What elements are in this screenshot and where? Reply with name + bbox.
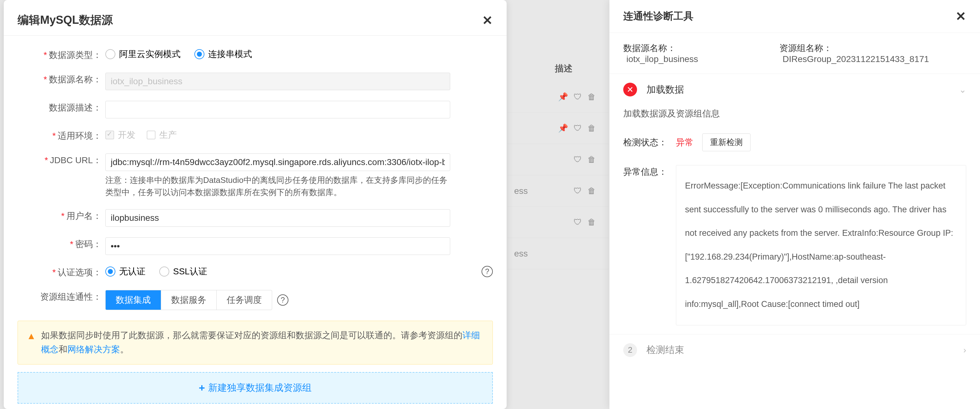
step-title: 加载数据 [646,83,684,96]
panel-title: 连通性诊断工具 [623,10,694,23]
radio-label: 无认证 [119,266,145,277]
checkbox-label: 开发 [118,129,135,141]
edit-datasource-modal: 编辑MySQL数据源 ✕ 数据源类型： 阿里云实例模式 连接串模式 数据源名称： [4,0,507,409]
radio-ssl-auth[interactable]: SSL认证 [159,266,207,277]
link-network-solution[interactable]: 网络解决方案 [67,344,120,354]
add-resource-label: 新建独享数据集成资源组 [208,381,312,394]
radio-no-auth[interactable]: 无认证 [105,266,145,277]
plus-icon: + [199,382,205,394]
trash-icon[interactable]: 🗑 [587,124,596,133]
jdbc-url-input[interactable] [105,154,450,171]
user-label: 用户名： [18,209,105,223]
trash-icon[interactable]: 🗑 [587,217,596,227]
help-icon[interactable]: ? [277,294,288,306]
chevron-right-icon[interactable]: › [963,345,966,355]
pwd-label: 密码： [18,238,105,251]
step-number-badge: 2 [623,343,637,357]
detect-status-label: 检测状态： [623,136,667,149]
step-detect-end[interactable]: 2 检测结束 › [609,334,980,366]
jdbc-note: 注意：连接串中的数据库为DataStudio中的离线同步任务使用的数据库，在支持… [105,174,450,198]
shield-icon[interactable]: 🛡 [574,155,582,165]
tab-data-integration[interactable]: 数据集成 [106,290,161,310]
retry-detect-button[interactable]: 重新检测 [702,133,751,151]
datasource-name-input[interactable] [105,73,450,90]
step-subtitle: 加载数据源及资源组信息 [623,108,966,120]
bg-row-text: ess [514,186,528,196]
alert-punct: 。 [120,344,129,354]
radio-aliyun-instance[interactable]: 阿里云实例模式 [105,48,181,60]
pin-icon[interactable]: 📌 [558,92,568,102]
trash-icon[interactable]: 🗑 [587,92,596,102]
tab-data-service[interactable]: 数据服务 [161,290,216,310]
alert-and: 和 [59,344,67,354]
connectivity-tabs: 数据集成 数据服务 任务调度 [105,290,272,310]
alert-text-a: 如果数据同步时使用了此数据源，那么就需要保证对应的资源组和数据源之间是可以联通的… [41,330,462,340]
modal-title: 编辑MySQL数据源 [18,13,113,28]
ds-name-label: 数据源名称： [623,43,676,53]
shield-icon[interactable]: 🛡 [574,217,582,227]
pin-icon[interactable]: 📌 [558,124,568,133]
rg-name-value: DIResGroup_20231122151433_8171 [783,54,929,64]
close-icon[interactable]: ✕ [956,10,966,22]
radio-label: 连接串模式 [208,48,252,60]
trash-icon[interactable]: 🗑 [587,186,596,196]
type-label: 数据源类型： [18,48,105,62]
bg-table-peek: 📌 🛡 🗑 📌 🛡 🗑 🛡 🗑 ess 🛡 🗑 🛡 🗑 ess [508,50,608,269]
ds-name-value: iotx_ilop_business [626,54,698,64]
step-error-badge: ✕ [623,83,637,97]
bg-row-text: ess [514,249,528,259]
step-title: 检测结束 [646,344,684,357]
env-label: 适用环境： [18,129,105,143]
error-info-text: ErrorMessage:[Exception:Communications l… [676,165,966,325]
jdbc-label: JDBC URL： [18,154,105,167]
chevron-down-icon[interactable]: ⌄ [959,84,966,95]
datasource-desc-input[interactable] [105,101,450,118]
step-load-data: ✕ 加载数据 ⌄ 加载数据源及资源组信息 检测状态： 异常 重新检测 异常信息：… [609,74,980,334]
connectivity-diagnosis-panel: 连通性诊断工具 ✕ 数据源名称： iotx_ilop_business 资源组名… [609,0,980,409]
checkbox-dev[interactable]: 开发 [105,129,135,141]
radio-label: 阿里云实例模式 [119,48,181,60]
shield-icon[interactable]: 🛡 [574,92,582,102]
shield-icon[interactable]: 🛡 [574,124,582,133]
detect-status-value: 异常 [676,136,694,149]
checkbox-prod[interactable]: 生产 [147,129,177,141]
conn-label: 资源组连通性： [18,290,105,304]
warning-icon: ▲ [27,328,36,344]
desc-label: 数据源描述： [18,101,105,115]
auth-label: 认证选项： [18,266,105,279]
close-icon[interactable]: ✕ [482,14,493,27]
name-label: 数据源名称： [18,73,105,86]
username-input[interactable] [105,209,450,227]
help-icon[interactable]: ? [482,266,493,277]
checkbox-label: 生产 [159,129,177,141]
shield-icon[interactable]: 🛡 [574,186,582,196]
radio-connection-string[interactable]: 连接串模式 [194,48,252,60]
error-info-label: 异常信息： [623,165,667,179]
rg-name-label: 资源组名称： [780,43,832,53]
tab-task-schedule[interactable]: 任务调度 [216,290,272,310]
trash-icon[interactable]: 🗑 [587,155,596,165]
password-input[interactable] [105,238,450,255]
warning-alert: ▲ 如果数据同步时使用了此数据源，那么就需要保证对应的资源组和数据源之间是可以联… [18,321,493,365]
radio-label: SSL认证 [173,266,207,277]
add-resource-group-button[interactable]: + 新建独享数据集成资源组 [18,372,493,404]
